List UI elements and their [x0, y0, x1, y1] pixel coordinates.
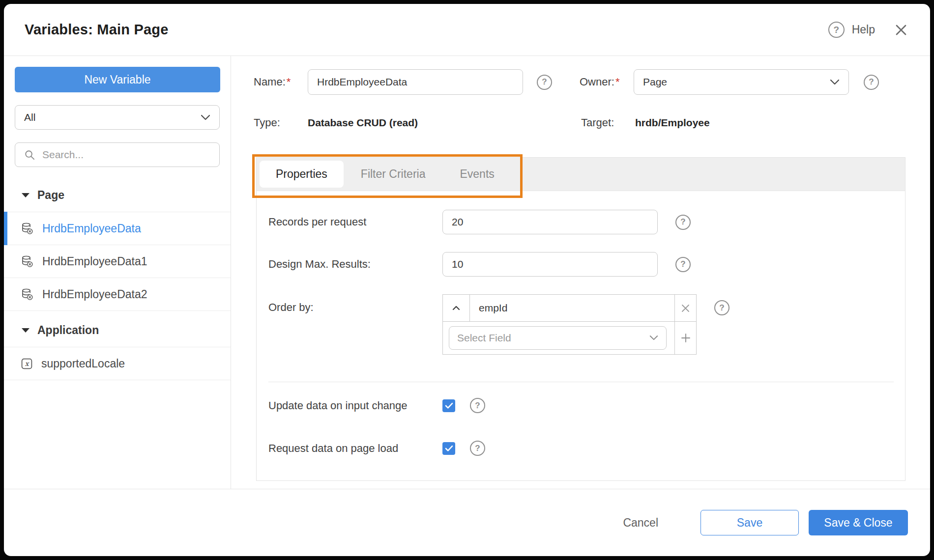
required-asterisk: *: [287, 76, 291, 88]
cancel-button[interactable]: Cancel: [620, 516, 661, 530]
help-icon[interactable]: ?: [828, 22, 845, 38]
update-on-input-checkbox[interactable]: [442, 399, 455, 412]
order-by-label: Order by:: [268, 294, 442, 321]
svg-text:x: x: [25, 360, 29, 367]
sidebar-section-application[interactable]: Application: [4, 324, 231, 337]
owner-select[interactable]: Page: [634, 69, 849, 95]
save-button[interactable]: Save: [700, 510, 799, 535]
sidebar-item-hrdbemployeedata1[interactable]: HrdbEmployeeData1: [4, 245, 231, 278]
records-per-request-label: Records per request: [268, 216, 442, 228]
design-max-results-value: 10: [452, 258, 463, 270]
target-value: hrdb/Employee: [635, 117, 710, 129]
dialog-title: Variables: Main Page: [25, 22, 169, 38]
section-label: Application: [37, 324, 99, 337]
dialog-footer: Cancel Save Save & Close: [4, 489, 930, 556]
tab-properties[interactable]: Properties: [260, 161, 344, 188]
sidebar-item-hrdbemployeedata2[interactable]: HrdbEmployeeData2: [4, 278, 231, 311]
design-max-results-input[interactable]: 10: [442, 252, 658, 277]
help-icon[interactable]: ?: [470, 398, 485, 413]
dialog-header: Variables: Main Page ? Help: [4, 4, 930, 56]
new-variable-button[interactable]: New Variable: [15, 67, 220, 92]
request-on-load-label: Request data on page load: [268, 442, 442, 455]
order-by-row: empId: [443, 295, 674, 322]
name-label: Name:*: [254, 76, 308, 88]
required-asterisk: *: [615, 76, 620, 88]
owner-label: Owner:*: [580, 76, 634, 88]
variable-details-panel: Name:* HrdbEmployeeData ? Owner:* Page ?: [231, 56, 930, 489]
design-max-results-label: Design Max. Results:: [268, 258, 442, 271]
select-field-dropdown[interactable]: Select Field: [449, 326, 667, 350]
collapse-triangle-icon: [22, 328, 29, 333]
add-sort-field-button[interactable]: [675, 322, 696, 354]
sidebar-item-supportedlocale[interactable]: x supportedLocale: [4, 347, 231, 380]
help-icon[interactable]: ?: [714, 300, 730, 315]
chevron-down-icon: [649, 335, 658, 341]
chevron-down-icon: [830, 79, 840, 85]
section-divider: [268, 382, 894, 382]
expression-variable-icon: x: [21, 358, 33, 370]
save-and-close-button[interactable]: Save & Close: [809, 510, 908, 535]
variable-name: HrdbEmployeeData: [42, 222, 141, 235]
database-crud-icon: [21, 222, 34, 235]
help-link[interactable]: Help: [852, 23, 875, 36]
help-icon[interactable]: ?: [537, 75, 552, 90]
sidebar-item-hrdbemployeedata[interactable]: HrdbEmployeeData: [4, 212, 231, 245]
tab-events[interactable]: Events: [442, 168, 511, 181]
help-icon[interactable]: ?: [470, 441, 485, 456]
sidebar-section-page[interactable]: Page: [4, 189, 231, 202]
variables-sidebar: New Variable All Search... Page: [4, 56, 231, 489]
variables-dialog: Variables: Main Page ? Help New Variable…: [4, 4, 930, 556]
variable-name: supportedLocale: [41, 357, 125, 370]
search-input[interactable]: Search...: [15, 142, 220, 167]
records-per-request-input[interactable]: 20: [442, 210, 658, 234]
target-label: Target:: [581, 116, 635, 129]
help-icon[interactable]: ?: [675, 257, 691, 272]
remove-sort-field-button[interactable]: [675, 295, 696, 322]
order-by-widget: empId Select Field: [442, 294, 697, 355]
name-value: HrdbEmployeeData: [317, 76, 407, 88]
variable-filter-select[interactable]: All: [15, 105, 220, 130]
variable-name: HrdbEmployeeData1: [42, 255, 147, 268]
name-input[interactable]: HrdbEmployeeData: [308, 69, 523, 95]
database-crud-icon: [21, 255, 34, 268]
close-icon[interactable]: [894, 23, 908, 37]
update-on-input-label: Update data on input change: [268, 399, 442, 412]
records-per-request-value: 20: [452, 216, 463, 228]
order-by-field[interactable]: empId: [470, 295, 674, 321]
sort-ascending-toggle[interactable]: [443, 295, 470, 321]
chevron-down-icon: [201, 114, 210, 121]
help-icon[interactable]: ?: [675, 215, 691, 230]
type-label: Type:: [254, 116, 308, 129]
database-crud-icon: [21, 288, 34, 301]
tab-bar: Properties Filter Criteria Events: [257, 158, 905, 191]
help-icon[interactable]: ?: [864, 75, 879, 90]
filter-select-value: All: [24, 112, 35, 123]
search-icon: [24, 149, 35, 161]
select-field-placeholder: Select Field: [457, 332, 511, 344]
section-label: Page: [37, 189, 64, 202]
tab-filter-criteria[interactable]: Filter Criteria: [344, 168, 443, 181]
properties-card: Properties Filter Criteria Events Record…: [256, 157, 905, 481]
collapse-triangle-icon: [22, 193, 29, 197]
search-placeholder: Search...: [42, 149, 84, 161]
request-on-load-checkbox[interactable]: [442, 442, 455, 455]
owner-value: Page: [643, 76, 667, 88]
type-value: Database CRUD (read): [308, 117, 581, 129]
variable-name: HrdbEmployeeData2: [42, 288, 147, 301]
